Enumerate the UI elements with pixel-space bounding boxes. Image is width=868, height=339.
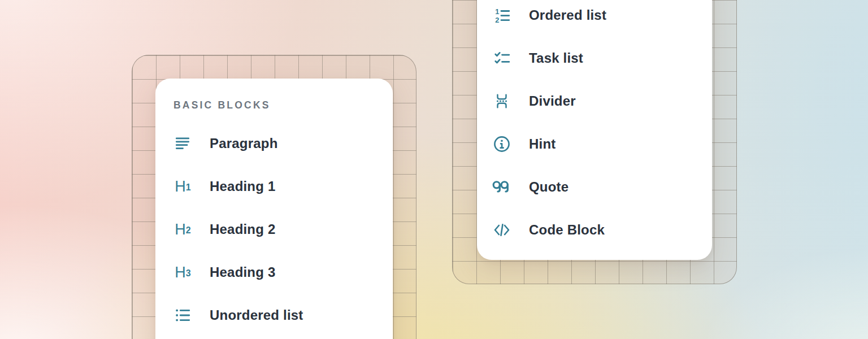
task-list-icon xyxy=(492,49,511,68)
section-label: BASIC BLOCKS xyxy=(173,99,393,111)
menu-item-paragraph[interactable]: Paragraph xyxy=(155,122,393,165)
blocks-list: 1 2 Ordered list Task list xyxy=(477,0,712,251)
menu-item-task-list[interactable]: Task list xyxy=(477,37,712,80)
quote-icon xyxy=(492,177,511,197)
heading-2-icon: H2 xyxy=(173,220,192,239)
menu-item-heading-3[interactable]: H3 Heading 3 xyxy=(155,251,393,294)
blocks-menu-continued: 1 2 Ordered list Task list xyxy=(477,0,712,260)
divider-icon xyxy=(492,92,511,111)
heading-3-icon: H3 xyxy=(173,263,192,282)
svg-text:1: 1 xyxy=(495,7,499,16)
menu-item-code-block[interactable]: Code Block xyxy=(477,208,712,251)
paragraph-icon xyxy=(173,134,192,153)
unordered-list-icon xyxy=(173,306,192,325)
menu-item-label: Unordered list xyxy=(210,307,303,323)
heading-1-icon: H1 xyxy=(173,177,192,196)
menu-item-heading-2[interactable]: H2 Heading 2 xyxy=(155,208,393,251)
basic-blocks-list: Paragraph H1 Heading 1 H2 Heading 2 H3 H… xyxy=(155,122,393,337)
menu-item-unordered-list[interactable]: Unordered list xyxy=(155,294,393,337)
menu-item-ordered-list[interactable]: 1 2 Ordered list xyxy=(477,0,712,37)
menu-item-label: Hint xyxy=(529,136,555,152)
menu-item-label: Quote xyxy=(529,179,568,195)
menu-item-divider[interactable]: Divider xyxy=(477,80,712,123)
menu-item-label: Heading 1 xyxy=(210,179,276,194)
ordered-list-icon: 1 2 xyxy=(492,6,511,25)
menu-item-label: Ordered list xyxy=(529,7,606,23)
menu-item-label: Heading 3 xyxy=(210,264,276,280)
menu-item-label: Paragraph xyxy=(210,136,278,151)
menu-item-quote[interactable]: Quote xyxy=(477,166,712,208)
editor-blocks-illustration: BASIC BLOCKS Paragraph H1 Heading 1 H2 xyxy=(0,0,868,339)
menu-item-label: Divider xyxy=(529,93,576,109)
menu-item-heading-1[interactable]: H1 Heading 1 xyxy=(155,165,393,208)
menu-item-label: Task list xyxy=(529,50,583,66)
menu-item-hint[interactable]: Hint xyxy=(477,123,712,166)
svg-text:2: 2 xyxy=(495,16,499,24)
menu-item-label: Heading 2 xyxy=(210,221,276,237)
code-block-icon xyxy=(492,220,511,240)
basic-blocks-menu: BASIC BLOCKS Paragraph H1 Heading 1 H2 xyxy=(155,79,393,339)
menu-item-label: Code Block xyxy=(529,222,605,238)
hint-icon xyxy=(492,134,511,154)
